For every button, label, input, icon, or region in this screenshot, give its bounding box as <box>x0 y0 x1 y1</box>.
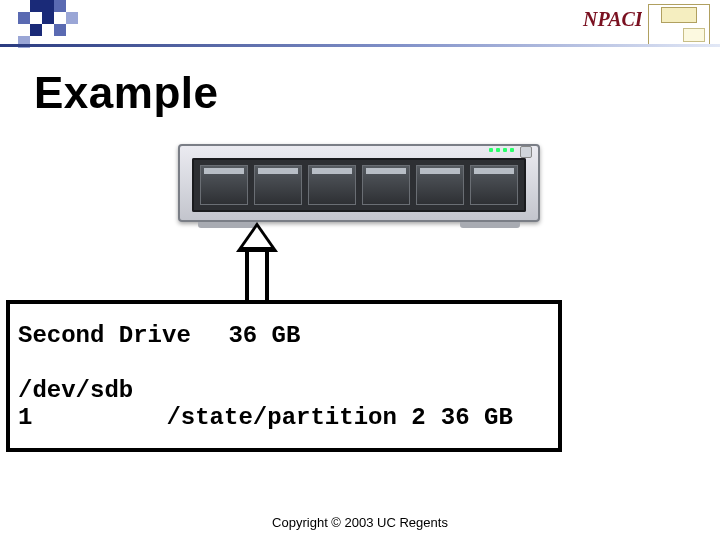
badge-logo <box>648 4 710 46</box>
drive-label: Second Drive <box>18 322 214 349</box>
npaci-logo: NPACI <box>582 4 642 36</box>
server-image <box>178 144 540 222</box>
partition-size: 36 GB <box>441 404 513 431</box>
drive-line: Second Drive 36 GB <box>18 322 550 349</box>
arrow-up-icon <box>236 222 278 302</box>
copyright-footer: Copyright © 2003 UC Regents <box>0 515 720 530</box>
drive-size: 36 GB <box>228 322 300 349</box>
npaci-logo-text: NPACI <box>582 8 642 30</box>
partition-device: /dev/sdb 1 <box>18 377 152 431</box>
slide-title: Example <box>34 68 218 118</box>
decorative-checker <box>0 0 150 48</box>
drive-info-box: Second Drive 36 GB /dev/sdb 1 /state/par… <box>6 300 562 452</box>
partition-line: /dev/sdb 1 /state/partition 2 36 GB <box>18 377 550 431</box>
partition-mount: /state/partition 2 <box>166 404 426 431</box>
header-divider <box>0 44 720 47</box>
